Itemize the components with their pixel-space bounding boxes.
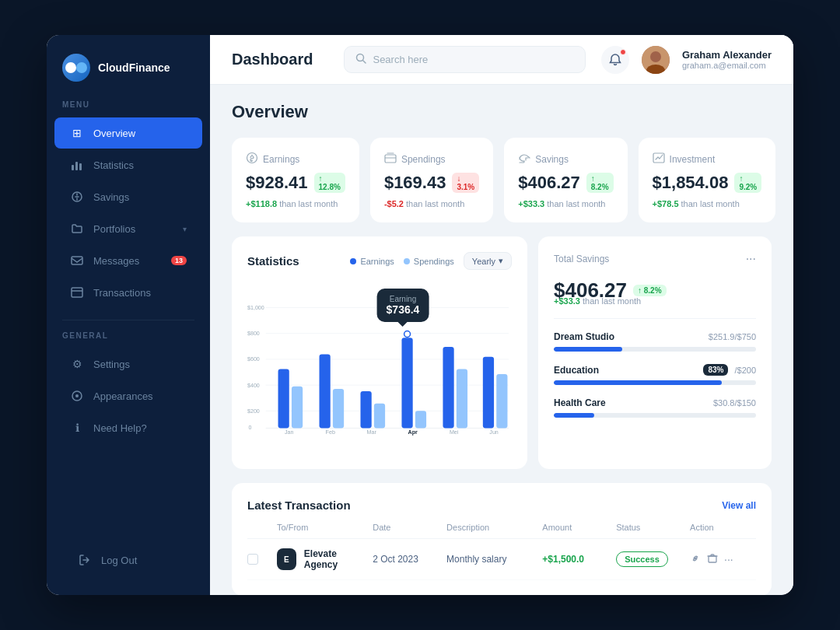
education-progress-bar <box>554 380 756 385</box>
view-all-button[interactable]: View all <box>722 500 756 511</box>
legend-spendings: Spendings <box>404 257 454 266</box>
spendings-value: $169.43 <box>384 173 446 193</box>
logo-area: CloudFinance <box>47 54 210 100</box>
sidebar-item-help[interactable]: ℹ Need Help? <box>54 412 202 443</box>
col-checkbox <box>247 523 269 532</box>
chevron-down-icon: ▾ <box>499 256 503 266</box>
user-info: Graham Alexander graham.a@email.com <box>682 49 772 70</box>
savings-badge: ↑ 8.2% <box>586 173 614 193</box>
svg-rect-2 <box>79 163 82 170</box>
health-care-fill <box>554 413 594 418</box>
savings-menu-button[interactable]: ··· <box>746 252 756 266</box>
bar-apr-spendings <box>415 411 426 428</box>
investment-value: $1,854.08 <box>653 173 729 193</box>
user-email: graham.a@email.com <box>682 61 772 70</box>
mail-icon <box>70 254 84 268</box>
search-bar[interactable]: Search here <box>344 46 585 73</box>
row-checkbox[interactable] <box>247 554 258 565</box>
savings-header: Savings <box>518 152 613 166</box>
col-tofrom: To/From <box>277 523 365 532</box>
tooltip-label: Earning <box>387 295 420 303</box>
svg-text:Mei: Mei <box>450 429 459 436</box>
main-content: Dashboard Search here <box>210 35 793 595</box>
sidebar-bottom: Log Out <box>47 544 210 576</box>
earnings-card: Earnings $928.41 ↑ 12.8% +$118.8 than la… <box>232 138 359 222</box>
more-icon[interactable]: ··· <box>724 553 733 565</box>
svg-rect-14 <box>385 155 396 163</box>
notifications-button[interactable] <box>601 46 629 74</box>
education-header-row: Education 83% /$200 <box>554 364 756 376</box>
chart-legend: Earnings Spendings Yearly ▾ <box>350 252 512 270</box>
sidebar-item-overview[interactable]: ⊞ Overview <box>54 117 202 149</box>
sidebar-item-label: Messages <box>93 255 139 267</box>
spendings-icon <box>384 152 397 166</box>
sidebar-item-messages[interactable]: Messages 13 <box>54 245 202 276</box>
svg-text:Jan: Jan <box>285 429 294 436</box>
sidebar-item-label: Settings <box>93 359 130 370</box>
bar-mar-earnings <box>360 391 371 428</box>
bar-jun-spendings <box>496 374 507 429</box>
bar-apr-earnings <box>401 338 412 428</box>
sidebar-item-statistics[interactable]: Statistics <box>54 149 202 180</box>
logout-button[interactable]: Log Out <box>62 544 194 576</box>
savings-icon <box>518 152 530 166</box>
svg-point-8 <box>75 394 79 397</box>
link-icon[interactable] <box>690 553 701 566</box>
sidebar-item-label: Need Help? <box>93 422 147 434</box>
sidebar-item-appearances[interactable]: Appearances <box>54 380 202 411</box>
sidebar-item-label: Transactions <box>93 287 151 299</box>
dream-studio-header: Dream Studio $251.9/$750 <box>554 331 756 342</box>
chevron-down-icon: ▾ <box>183 225 187 233</box>
education-progress-badge: 83% <box>703 364 728 376</box>
sidebar-item-savings[interactable]: Savings <box>54 181 202 212</box>
earnings-badge: ↑ 12.8% <box>314 173 345 193</box>
sidebar-item-transactions[interactable]: Transactions <box>54 277 202 308</box>
health-care-name: Health Care <box>554 397 606 408</box>
sidebar-item-settings[interactable]: ⚙ Settings <box>54 348 202 380</box>
sidebar-item-label: Portfolios <box>93 223 135 235</box>
company-logo: E <box>277 548 296 570</box>
dream-studio-amount: $251.9/$750 <box>709 332 756 341</box>
savings-item-education: Education 83% /$200 <box>554 364 756 385</box>
spendings-dot <box>404 258 410 264</box>
bar-mei-spendings <box>457 369 467 429</box>
chart-area: $1,000 $800 $600 $400 $200 0 <box>247 282 512 453</box>
savings-value-section: $406.27 ↑ 8.2% +$33.3 than last month <box>554 278 756 306</box>
sidebar-divider <box>62 320 194 320</box>
transaction-date: 2 Oct 2023 <box>373 554 439 565</box>
page-title: Overview <box>232 102 772 122</box>
search-icon <box>355 53 366 66</box>
savings-item-health-care: Health Care $30.8/$150 <box>554 397 756 418</box>
delete-icon[interactable] <box>707 553 718 566</box>
transaction-header: Latest Transaction View all <box>247 499 756 512</box>
period-selector[interactable]: Yearly ▾ <box>464 252 512 270</box>
earnings-header: Earnings <box>246 152 345 166</box>
total-savings-title: Total Savings <box>554 254 609 264</box>
info-icon: ℹ <box>70 421 84 435</box>
transaction-description: Monthly salary <box>446 554 534 565</box>
dream-studio-progress-bar <box>554 347 756 352</box>
menu-section-label: MENU <box>47 100 210 117</box>
transaction-icon <box>70 285 84 299</box>
status-badge: Success <box>616 551 668 567</box>
company-cell: E Elevate Agency <box>277 548 365 570</box>
investment-card: Investment $1,854.08 ↑ 9.2% +$78.5 than … <box>639 138 776 222</box>
svg-text:$1,000: $1,000 <box>247 305 264 311</box>
education-amount: /$200 <box>734 366 756 375</box>
earnings-icon <box>246 152 258 166</box>
earnings-dot <box>350 258 356 264</box>
main-nav: ⊞ Overview Statistics <box>47 117 210 309</box>
savings-main-sub: +$33.3 than last month <box>554 296 756 306</box>
sidebar-item-portfolios[interactable]: Portfolios ▾ <box>54 213 202 244</box>
dream-studio-fill <box>554 347 622 352</box>
education-fill <box>554 380 722 385</box>
logout-label: Log Out <box>101 555 137 566</box>
search-placeholder: Search here <box>373 54 428 65</box>
folder-icon <box>70 222 84 236</box>
sidebar-item-label: Savings <box>93 191 129 203</box>
chart-title: Statistics <box>247 254 299 268</box>
transaction-title: Latest Transaction <box>247 499 351 512</box>
savings-sub: +$33.3 than last month <box>518 199 613 208</box>
tooltip-indicator <box>404 331 411 338</box>
spendings-sub: -$5.2 than last month <box>384 199 479 208</box>
